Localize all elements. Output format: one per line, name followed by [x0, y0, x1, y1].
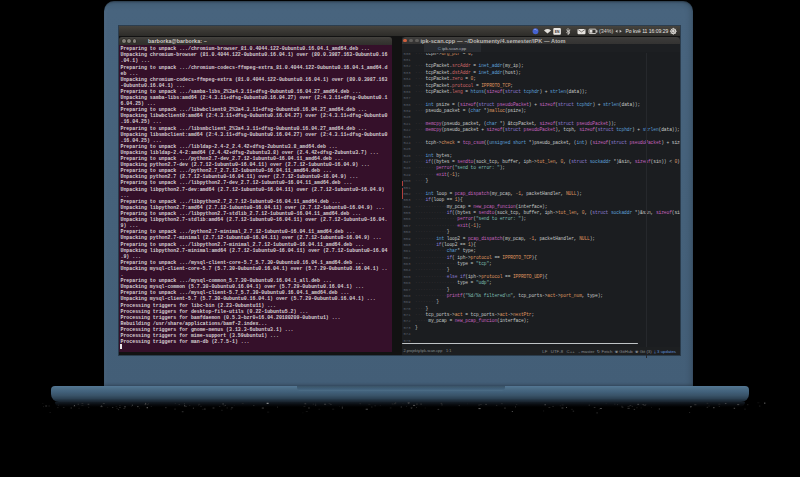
svg-text:Po kvě 11 16:09:29: Po kvě 11 16:09:29: [626, 28, 669, 34]
svg-text:EN: EN: [555, 29, 560, 33]
svg-text:(34%): (34%): [599, 28, 614, 34]
